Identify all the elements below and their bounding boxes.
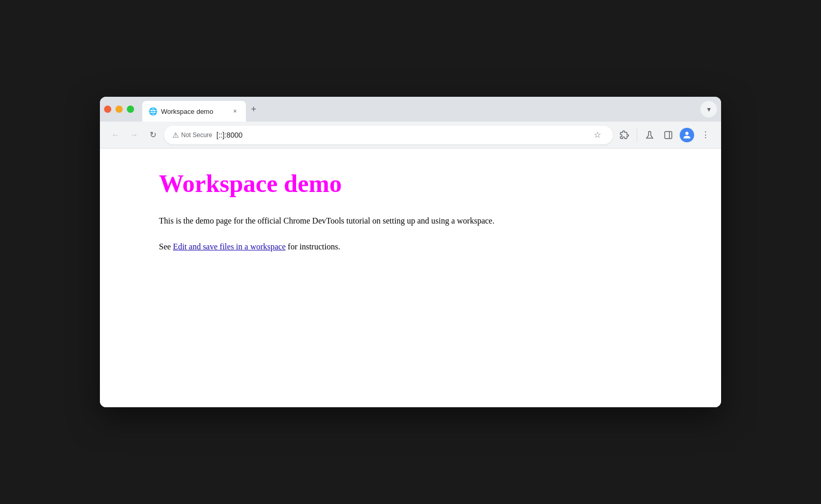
security-indicator: ⚠ Not Secure (172, 131, 212, 139)
forward-button[interactable]: → (127, 128, 141, 142)
traffic-lights (104, 106, 134, 117)
paragraph-2-prefix: See (159, 242, 173, 251)
tab-bar: 🌐 Workspace demo × + ▾ (100, 97, 721, 122)
browser-window: 🌐 Workspace demo × + ▾ ← → ↻ ⚠ Not Secur… (100, 97, 721, 407)
page-content: Workspace demo This is the demo page for… (100, 149, 721, 407)
svg-rect-0 (665, 131, 672, 139)
sidebar-button[interactable] (661, 128, 676, 142)
address-bar: ← → ↻ ⚠ Not Secure [::]:8000 ☆ (100, 122, 721, 149)
paragraph-1: This is the demo page for the official C… (159, 214, 662, 228)
tab-close-button[interactable]: × (230, 107, 240, 116)
new-tab-button[interactable]: + (246, 101, 261, 117)
paragraph-2-suffix: for instructions. (286, 242, 340, 251)
security-label: Not Secure (181, 131, 212, 139)
tab-dropdown-button[interactable]: ▾ (700, 101, 717, 117)
menu-button[interactable]: ⋮ (698, 128, 713, 142)
paragraph-2: See Edit and save files in a workspace f… (159, 240, 662, 254)
maximize-button[interactable] (127, 106, 134, 113)
bookmark-button[interactable]: ☆ (590, 128, 605, 142)
page-heading: Workspace demo (159, 169, 662, 198)
reload-button[interactable]: ↻ (145, 128, 160, 142)
toolbar-divider (637, 129, 637, 141)
tab-title: Workspace demo (161, 108, 226, 115)
extensions-button[interactable] (617, 128, 632, 142)
back-button[interactable]: ← (108, 128, 123, 142)
url-text: [::]:8000 (216, 131, 586, 139)
close-button[interactable] (104, 106, 111, 113)
workspace-link[interactable]: Edit and save files in a workspace (173, 242, 286, 251)
minimize-button[interactable] (115, 106, 123, 113)
tab-favicon-icon: 🌐 (149, 107, 157, 115)
warning-icon: ⚠ (172, 131, 179, 139)
avatar-button[interactable] (680, 128, 694, 142)
active-tab[interactable]: 🌐 Workspace demo × (142, 101, 246, 122)
url-bar[interactable]: ⚠ Not Secure [::]:8000 ☆ (164, 126, 613, 144)
lab-button[interactable] (642, 128, 657, 142)
